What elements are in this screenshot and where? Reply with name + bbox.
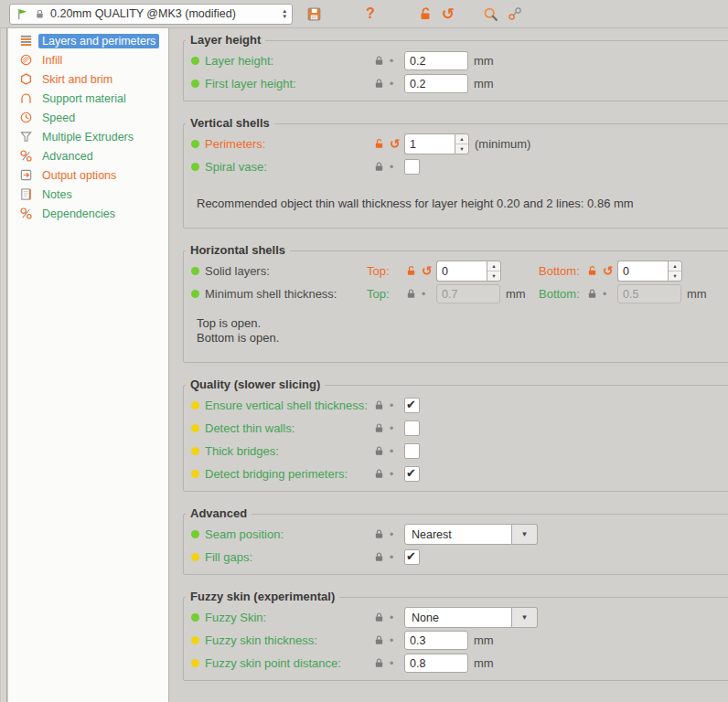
- perimeters-input[interactable]: [404, 133, 455, 154]
- no-undo-dot: [390, 422, 393, 435]
- sidebar-label: Advanced: [38, 149, 97, 164]
- setting-label: Seam position:: [205, 527, 373, 541]
- top-solid-layers-spinner[interactable]: [436, 261, 501, 282]
- lock-icon[interactable]: [373, 528, 385, 540]
- layer-height-input[interactable]: [404, 51, 468, 70]
- unlock-all-button[interactable]: [416, 5, 434, 23]
- unlock-icon[interactable]: [373, 138, 385, 150]
- no-undo-dot: [390, 634, 393, 647]
- override-bullet: [191, 290, 199, 298]
- dropdown-arrow-icon[interactable]: [512, 607, 538, 628]
- setting-label: Fill gaps:: [205, 550, 373, 564]
- setting-label: Fuzzy Skin:: [205, 611, 373, 624]
- lock-icon[interactable]: [373, 55, 385, 67]
- undo-icon[interactable]: [422, 265, 433, 277]
- setting-label: Fuzzy skin point distance:: [205, 656, 373, 670]
- override-bullet: [191, 80, 199, 88]
- sidebar-item-skirt-and-brim[interactable]: Skirt and brim: [8, 69, 168, 89]
- top-sublabel: Top:: [367, 264, 405, 278]
- fuzzy-skin-dropdown[interactable]: None: [404, 607, 538, 628]
- sidebar-label: Multiple Extruders: [38, 130, 137, 144]
- ensure-vertical-shell-thickness-checkbox[interactable]: [404, 398, 420, 413]
- lock-icon[interactable]: [586, 288, 598, 300]
- sidebar-label: Speed: [38, 111, 79, 125]
- no-undo-dot: [390, 445, 393, 458]
- settings-category-tree: Layers and perimeters Infill Skirt and b…: [8, 28, 169, 702]
- top-sublabel: Top:: [367, 287, 405, 301]
- override-bullet: [191, 613, 199, 622]
- undo-all-button[interactable]: [439, 5, 457, 23]
- lock-icon[interactable]: [373, 657, 385, 669]
- notes-icon: [19, 187, 33, 201]
- no-undo-dot: [422, 288, 425, 301]
- help-button[interactable]: [361, 5, 380, 23]
- perimeters-spinner[interactable]: [404, 133, 469, 154]
- sidebar-item-dependencies[interactable]: Dependencies: [8, 204, 168, 223]
- bottom-solid-layers-spinner[interactable]: [617, 261, 682, 282]
- preset-name: 0.20mm QUALITY @MK3 (modified): [50, 7, 274, 20]
- detect-bridging-perimeters-checkbox[interactable]: [404, 466, 420, 482]
- group-layer-height: Layer height Layer height: mm First laye…: [183, 40, 728, 101]
- support-icon: [19, 91, 33, 105]
- lock-icon[interactable]: [373, 468, 385, 480]
- lock-icon[interactable]: [373, 161, 385, 173]
- save-preset-button[interactable]: [305, 5, 323, 23]
- bottom-solid-layers-input[interactable]: [617, 261, 668, 282]
- setting-label: Ensure vertical shell thickness:: [205, 399, 373, 412]
- search-button[interactable]: [481, 5, 499, 23]
- no-undo-dot: [390, 551, 393, 564]
- sidebar-item-infill[interactable]: Infill: [8, 50, 168, 69]
- lock-icon[interactable]: [405, 288, 417, 300]
- thick-bridges-checkbox[interactable]: [404, 443, 420, 459]
- window-edge-strip: [0, 28, 7, 702]
- undo-icon[interactable]: [603, 265, 614, 277]
- compare-presets-button[interactable]: [506, 5, 524, 23]
- setting-label: Solid layers:: [205, 264, 367, 278]
- override-bullet: [191, 447, 199, 455]
- first-layer-height-input[interactable]: [404, 74, 468, 93]
- detect-thin-walls-checkbox[interactable]: [404, 420, 420, 436]
- lock-icon[interactable]: [373, 634, 385, 646]
- sidebar-item-speed[interactable]: Speed: [8, 108, 168, 127]
- sidebar-item-output-options[interactable]: Output options: [8, 165, 168, 185]
- sidebar-label: Dependencies: [38, 207, 119, 221]
- lock-icon[interactable]: [373, 399, 385, 411]
- bottom-open-note: Bottom is open.: [197, 331, 728, 346]
- unlock-icon[interactable]: [586, 265, 598, 277]
- thin-wall-recommendation-note: Recommended object thin wall thickness f…: [197, 197, 728, 211]
- spin-buttons[interactable]: [487, 261, 501, 282]
- top-solid-layers-input[interactable]: [436, 261, 487, 282]
- speed-icon: [19, 111, 33, 124]
- override-bullet: [191, 57, 199, 65]
- sidebar-item-notes[interactable]: Notes: [8, 185, 168, 204]
- lock-icon[interactable]: [373, 422, 385, 434]
- spin-buttons[interactable]: [668, 261, 682, 282]
- preset-combobox[interactable]: 0.20mm QUALITY @MK3 (modified): [9, 4, 293, 25]
- seam-position-dropdown[interactable]: Nearest: [404, 524, 538, 545]
- group-quality: Quality (slower slicing) Ensure vertical…: [183, 385, 728, 492]
- sidebar-item-advanced[interactable]: Advanced: [8, 146, 168, 165]
- layers-icon: [19, 34, 33, 48]
- fill-gaps-checkbox[interactable]: [404, 549, 420, 565]
- lock-icon[interactable]: [373, 445, 385, 457]
- lock-icon[interactable]: [373, 78, 385, 90]
- sidebar-item-multiple-extruders[interactable]: Multiple Extruders: [8, 127, 168, 146]
- undo-icon[interactable]: [390, 138, 401, 150]
- fuzzy-skin-point-distance-input[interactable]: [404, 654, 468, 673]
- lock-icon[interactable]: [373, 612, 385, 623]
- group-title: Horizontal shells: [186, 243, 290, 257]
- spiral-vase-checkbox[interactable]: [404, 159, 420, 175]
- compare-icon: [508, 6, 522, 21]
- output-options-icon: [19, 168, 33, 182]
- spin-buttons[interactable]: [455, 133, 469, 154]
- combo-spin-arrows[interactable]: [279, 8, 286, 19]
- fuzzy-skin-thickness-input[interactable]: [404, 631, 468, 650]
- sidebar-label: Output options: [38, 168, 120, 183]
- unlock-icon[interactable]: [405, 265, 417, 277]
- dropdown-arrow-icon[interactable]: [512, 524, 538, 545]
- sidebar-item-layers-and-perimeters[interactable]: Layers and perimeters: [8, 31, 168, 50]
- lock-icon[interactable]: [373, 551, 385, 563]
- group-title: Layer height: [186, 33, 265, 47]
- sidebar-item-support-material[interactable]: Support material: [8, 89, 168, 108]
- override-bullet: [191, 530, 199, 538]
